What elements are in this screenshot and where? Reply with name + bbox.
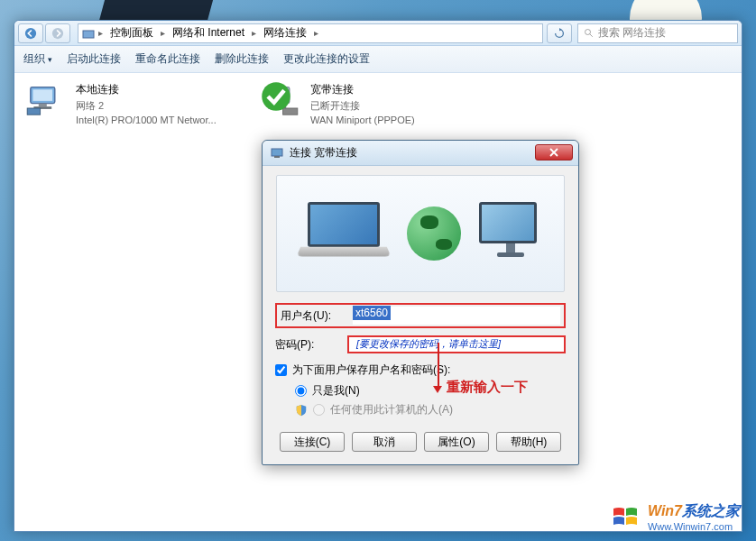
watermark-title-b: 系统之家 [682, 503, 740, 518]
anyone-radio [313, 404, 325, 416]
watermark-url: Www.Winwin7.com [648, 521, 740, 532]
username-label: 用户名(U): [281, 308, 344, 324]
only-me-radio[interactable] [295, 385, 307, 397]
svg-rect-6 [33, 89, 53, 101]
svg-rect-9 [27, 108, 40, 115]
dialog-title: 连接 宽带连接 [290, 145, 357, 160]
close-icon [549, 148, 558, 157]
svg-rect-17 [274, 156, 280, 158]
help-button[interactable]: 帮助(H) [496, 432, 561, 452]
nav-back-button[interactable] [18, 23, 43, 43]
username-input[interactable]: xt6560 [353, 307, 560, 325]
username-value: xt6560 [353, 306, 391, 320]
connection-name: 本地连接 [76, 82, 217, 97]
delete-connection-button[interactable]: 删除此连接 [215, 51, 269, 67]
dialog-illustration [276, 175, 565, 292]
breadcrumb-item[interactable]: 网络和 Internet [169, 25, 248, 41]
close-button[interactable] [535, 144, 573, 160]
watermark-title-a: Win7 [648, 503, 682, 518]
check-badge-icon [256, 80, 296, 113]
svg-point-3 [585, 29, 591, 34]
connect-button[interactable]: 连接(C) [280, 432, 345, 452]
windows-flag-icon [612, 505, 641, 530]
only-me-label: 只是我(N) [312, 383, 360, 399]
nav-forward-button[interactable] [45, 23, 70, 43]
annotation-arrow [438, 343, 439, 388]
cancel-button[interactable]: 取消 [352, 432, 417, 452]
connection-device: WAN Miniport (PPPOE) [310, 115, 415, 125]
connection-broadband[interactable]: 宽带连接 已断开连接 WAN Miniport (PPPOE) [258, 82, 475, 125]
svg-line-4 [590, 33, 593, 36]
save-credentials-label: 为下面用户保存用户名和密码(S): [292, 362, 450, 378]
svg-rect-16 [272, 149, 282, 156]
annotation-arrowhead [433, 386, 442, 393]
search-icon [584, 28, 595, 39]
start-connection-button[interactable]: 启动此连接 [67, 51, 121, 67]
svg-point-0 [25, 27, 36, 38]
save-credentials-checkbox[interactable] [275, 364, 287, 376]
lan-icon [23, 82, 67, 118]
search-input[interactable]: 搜索 网络连接 [577, 23, 738, 43]
watermark: Win7系统之家 Www.Winwin7.com [612, 502, 740, 532]
connection-network: 网络 2 [76, 99, 217, 113]
breadcrumb-item[interactable]: 控制面板 [106, 25, 157, 41]
password-hint: [要更改保存的密码，请单击这里] [353, 338, 504, 349]
drive-icon [82, 27, 95, 40]
dialog-titlebar: 连接 宽带连接 [263, 141, 578, 166]
connect-dialog: 连接 宽带连接 用户名(U): xt6560 密码(P): [要更改保存的密码，… [262, 140, 579, 465]
change-settings-button[interactable]: 更改此连接的设置 [283, 51, 370, 67]
svg-point-15 [262, 82, 290, 111]
password-label: 密码(P): [275, 337, 338, 353]
connection-name: 宽带连接 [310, 82, 415, 97]
connection-device: Intel(R) PRO/1000 MT Networ... [76, 115, 217, 125]
svg-rect-7 [39, 104, 47, 107]
toolbar: 组织 启动此连接 重命名此连接 删除此连接 更改此连接的设置 [14, 46, 742, 73]
connection-icon [270, 146, 284, 160]
shield-icon [295, 404, 308, 417]
modem-icon [258, 82, 301, 118]
svg-rect-2 [83, 31, 94, 38]
annotation-text: 重新输入一下 [447, 379, 528, 396]
rename-connection-button[interactable]: 重命名此连接 [135, 51, 200, 67]
anyone-label: 任何使用此计算机的人(A) [330, 402, 453, 417]
breadcrumb[interactable]: ▸ 控制面板 ▸ 网络和 Internet ▸ 网络连接 ▸ [78, 23, 543, 43]
svg-point-1 [52, 27, 63, 38]
breadcrumb-item[interactable]: 网络连接 [260, 25, 310, 41]
organize-menu[interactable]: 组织 [23, 51, 52, 67]
connection-local[interactable]: 本地连接 网络 2 Intel(R) PRO/1000 MT Networ... [23, 82, 240, 125]
refresh-button[interactable] [547, 23, 572, 43]
properties-button[interactable]: 属性(O) [424, 432, 489, 452]
password-input[interactable]: [要更改保存的密码，请单击这里] [347, 335, 566, 353]
search-placeholder: 搜索 网络连接 [598, 25, 666, 41]
connection-status: 已断开连接 [310, 99, 415, 113]
titlebar: ▸ 控制面板 ▸ 网络和 Internet ▸ 网络连接 ▸ 搜索 网络连接 [14, 21, 742, 46]
